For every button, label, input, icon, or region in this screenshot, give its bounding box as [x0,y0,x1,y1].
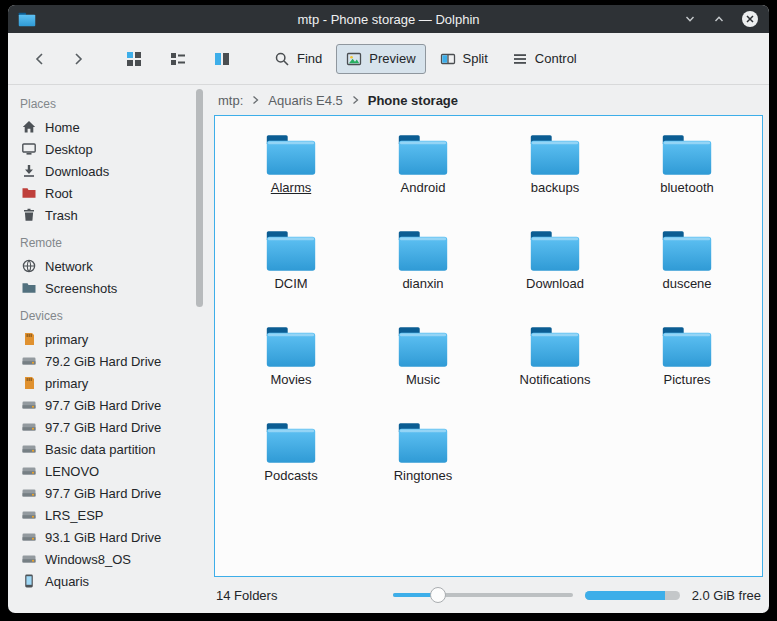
folder-item-bluetooth[interactable]: bluetooth [621,128,753,224]
window-body: Places Home Desktop Downloads Root Trash… [8,85,769,613]
folder-item-alarms[interactable]: Alarms [225,128,357,224]
home-icon [21,119,37,135]
sidebar-item-desktop[interactable]: Desktop [8,138,204,160]
zoom-slider[interactable] [393,587,573,603]
sidebar-scrollbar[interactable] [196,89,203,307]
sidebar-section-header: Remote [20,236,204,250]
sidebar-item-downloads[interactable]: Downloads [8,160,204,182]
zoom-slider-track[interactable] [393,593,573,597]
trash-icon [21,207,37,223]
folder-item-backups[interactable]: backups [489,128,621,224]
sidebar-item-primary[interactable]: primary [8,328,204,350]
navigation-buttons [22,44,96,74]
sidebar-section-header: Places [20,97,204,111]
folder-icon [660,133,714,177]
breadcrumb-item-device[interactable]: Aquaris E4.5 [268,93,342,108]
folder-label: Podcasts [264,468,317,483]
sidebar-item-trash[interactable]: Trash [8,204,204,226]
sidebar-item-label: Screenshots [45,281,117,296]
view-mode-buttons [116,44,240,74]
sidebar-item-primary[interactable]: primary [8,372,204,394]
network-icon [21,258,37,274]
dolphin-app-icon [18,12,36,27]
folder-icon [396,229,450,273]
sidebar-section: Devices primary 79.2 GiB Hard Drive prim… [8,309,204,592]
sidebar-item-label: LRS_ESP [45,508,104,523]
details-view-button[interactable] [160,44,196,74]
folder-icon [528,229,582,273]
find-label: Find [297,51,322,66]
sidebar-item-label: Windows8_OS [45,552,131,567]
folder-item-ringtones[interactable]: Ringtones [357,416,489,512]
folder-label: dianxin [402,276,443,291]
folder-icon [396,133,450,177]
folder-label: DCIM [274,276,307,291]
folder-item-dianxin[interactable]: dianxin [357,224,489,320]
folder-icon [264,229,318,273]
content-pane: mtp: Aquaris E4.5 Phone storage Alarms A… [204,85,769,613]
sidebar-item-label: primary [45,332,88,347]
folder-item-notifications[interactable]: Notifications [489,320,621,416]
folder-label: Android [401,180,446,195]
drive-icon [21,441,37,457]
control-button[interactable]: Control [502,44,587,74]
folder-item-pictures[interactable]: Pictures [621,320,753,416]
maximize-button[interactable] [712,12,726,26]
forward-button[interactable] [60,44,96,74]
sidebar-item-lenovo[interactable]: LENOVO [8,460,204,482]
sidebar-section: Places Home Desktop Downloads Root Trash [8,97,204,226]
zoom-slider-handle[interactable] [430,587,446,603]
sidebar-item-windows8-os[interactable]: Windows8_OS [8,548,204,570]
folder-icon [528,133,582,177]
breadcrumb-item-mtp[interactable]: mtp: [218,93,243,108]
folder-item-music[interactable]: Music [357,320,489,416]
folder-label: Alarms [271,180,311,195]
folder-label: Pictures [664,372,711,387]
sidebar-item-basic-data-partition[interactable]: Basic data partition [8,438,204,460]
folder-item-movies[interactable]: Movies [225,320,357,416]
sidebar-item-label: 97.7 GiB Hard Drive [45,398,161,413]
sidebar-item-root[interactable]: Root [8,182,204,204]
sidebar-item-93-1-gib-hard-drive[interactable]: 93.1 GiB Hard Drive [8,526,204,548]
folder-icon [660,325,714,369]
folder-label: Movies [270,372,311,387]
preview-button[interactable]: Preview [336,44,425,74]
folder-icon [264,325,318,369]
dolphin-window: mtp - Phone storage — Dolphin Find Previ… [8,5,769,613]
minimize-button[interactable] [683,12,697,26]
sidebar-item-label: Downloads [45,164,109,179]
folder-label: Ringtones [394,468,453,483]
sidebar-item-label: Aquaris [45,574,89,589]
sidebar-item-label: Network [45,259,93,274]
back-button[interactable] [22,44,58,74]
sidebar-item-label: 79.2 GiB Hard Drive [45,354,161,369]
sidebar-item-97-7-gib-hard-drive[interactable]: 97.7 GiB Hard Drive [8,482,204,504]
columns-view-button[interactable] [204,44,240,74]
sidebar-item-label: Desktop [45,142,93,157]
icons-view-button[interactable] [116,44,152,74]
folder-item-download[interactable]: Download [489,224,621,320]
find-button[interactable]: Find [264,44,332,74]
drive-icon [21,353,37,369]
sidebar-item-screenshots[interactable]: Screenshots [8,277,204,299]
folder-item-dcim[interactable]: DCIM [225,224,357,320]
sidebar-item-network[interactable]: Network [8,255,204,277]
folder-view[interactable]: Alarms Android backups bluetooth DCIM di… [214,115,763,577]
folder-item-podcasts[interactable]: Podcasts [225,416,357,512]
folder-item-android[interactable]: Android [357,128,489,224]
drive-icon [21,529,37,545]
split-label: Split [463,51,488,66]
sdcard-icon [21,331,37,347]
sidebar-item-label: Basic data partition [45,442,156,457]
sidebar-item-97-7-gib-hard-drive[interactable]: 97.7 GiB Hard Drive [8,394,204,416]
folder-icon [396,421,450,465]
sidebar-item-97-7-gib-hard-drive[interactable]: 97.7 GiB Hard Drive [8,416,204,438]
titlebar[interactable]: mtp - Phone storage — Dolphin [8,5,769,33]
sidebar-item-79-2-gib-hard-drive[interactable]: 79.2 GiB Hard Drive [8,350,204,372]
sidebar-item-aquaris[interactable]: Aquaris [8,570,204,592]
split-button[interactable]: Split [430,44,498,74]
close-button[interactable] [741,10,759,28]
sidebar-item-home[interactable]: Home [8,116,204,138]
sidebar-item-lrs-esp[interactable]: LRS_ESP [8,504,204,526]
folder-item-duscene[interactable]: duscene [621,224,753,320]
